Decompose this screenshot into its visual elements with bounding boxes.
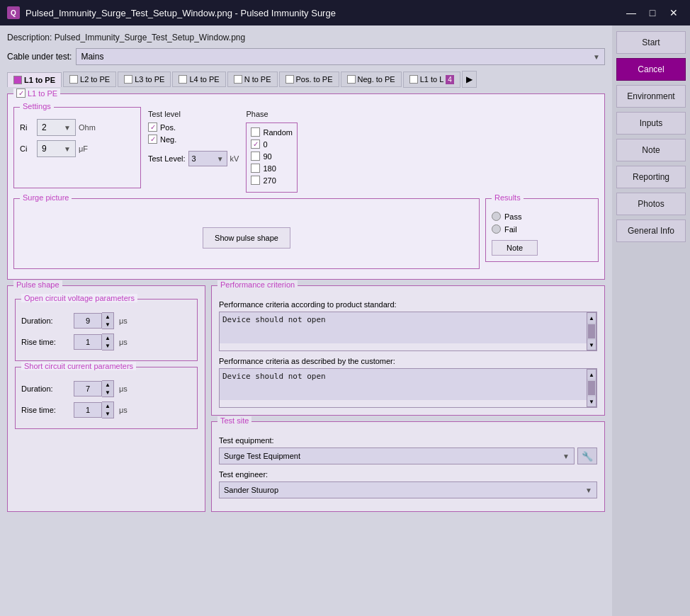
tab-neg-to-pe[interactable]: Neg. to PE [341,72,402,87]
surge-picture-box: Surge picture Show pulse shape [13,198,480,269]
product-scrollbar[interactable]: ▲ ▼ [587,312,596,350]
neg-checkbox-row: ✓ Neg. [148,135,239,144]
cable-combo-arrow: ▼ [593,53,600,61]
surge-picture-area: Surge picture Show pulse shape [13,198,480,273]
neg-label: Neg. [160,135,176,144]
zero-checkbox[interactable]: ✓ [251,139,260,149]
titlebar: Q Pulsed_Immunity_Surge_Test_Setup_Windo… [0,0,690,25]
tab-l1-label: L1 to PE [24,76,55,84]
window-controls: — □ ✕ [622,4,683,22]
tab-l4-checkbox[interactable] [179,75,187,84]
tab-pos-to-pe[interactable]: Pos. to PE [279,72,339,87]
oc-duration-down[interactable]: ▼ [102,321,113,329]
reporting-button[interactable]: Reporting [616,166,686,188]
sc-risetime-down[interactable]: ▼ [102,410,113,418]
settings-title: Settings [20,102,54,110]
tab-l1l4-checkbox[interactable] [409,75,418,84]
oc-risetime-unit: μs [119,338,128,346]
l1-pe-checkbox[interactable]: ✓ [16,89,26,98]
sc-duration-up[interactable]: ▲ [102,381,113,389]
l1-pe-section: ✓ L1 to PE Settings Ri 2 ▼ [7,93,605,280]
neg-checkbox[interactable]: ✓ [148,135,157,144]
sc-risetime-value[interactable]: 1 [74,402,102,418]
oc-duration-value[interactable]: 9 [74,313,102,329]
sc-duration-value[interactable]: 7 [74,381,102,397]
ci-row: Ci 9 ▼ μF [20,140,135,157]
tab-l1-to-l4[interactable]: L1 to L 4 [403,72,460,88]
environment-button[interactable]: Environment [616,85,686,108]
ri-combo[interactable]: 2 ▼ [37,119,76,136]
minimize-button[interactable]: — [622,4,640,22]
ninety-checkbox[interactable] [251,152,260,161]
customer-scroll-down[interactable]: ▼ [587,397,596,406]
random-checkbox[interactable] [251,127,260,137]
oc-risetime-down[interactable]: ▼ [102,342,113,350]
photos-button[interactable]: Photos [616,193,686,215]
tab-pos-label: Pos. to PE [296,75,333,84]
inputs-button[interactable]: Inputs [616,112,686,135]
pos-checkbox[interactable]: ✓ [148,122,157,132]
oneeighty-checkbox[interactable] [251,164,260,173]
product-standard-textarea[interactable]: Device should not open [220,312,587,343]
oc-risetime-value[interactable]: 1 [74,334,102,350]
customer-scrollbar[interactable]: ▲ ▼ [587,369,596,407]
tab-n-checkbox[interactable] [234,75,242,84]
maximize-button[interactable]: □ [643,4,662,22]
customer-scroll-thumb [588,381,595,395]
main-layout: Description: Pulsed_Immunity_Surge_Test_… [0,25,690,616]
fail-radio[interactable] [492,224,501,234]
settings-box: Settings Ri 2 ▼ Ohm Ci [13,107,141,188]
show-pulse-area: Show pulse shape [20,213,473,263]
sc-risetime-unit: μs [119,406,128,414]
tab-l1-checkbox[interactable] [13,76,22,84]
ri-row: Ri 2 ▼ Ohm [20,119,135,136]
tab-l2-to-pe[interactable]: L2 to PE [63,72,116,87]
engineer-combo[interactable]: Sander Stuurop ▼ [219,481,597,498]
ci-label: Ci [20,144,34,153]
sc-risetime-up[interactable]: ▲ [102,402,113,410]
start-button[interactable]: Start [616,31,686,54]
cable-combo[interactable]: Mains ▼ [76,48,605,65]
pos-checkbox-row: ✓ Pos. [148,122,239,132]
tab-l2-checkbox[interactable] [69,75,78,84]
tab-l3-to-pe[interactable]: L3 to PE [118,72,171,87]
product-scroll-up[interactable]: ▲ [587,313,596,323]
tab-pos-checkbox[interactable] [285,75,294,84]
tab-neg-checkbox[interactable] [347,75,356,84]
tab-l1-to-pe[interactable]: L1 to PE [7,72,62,87]
tab-n-label: N to PE [244,75,271,84]
open-circuit-title: Open circuit voltage parameters [21,294,137,302]
results-note-button[interactable]: Note [492,240,538,256]
tab-l4-label: L4 to PE [189,75,219,84]
test-level-combo[interactable]: 3 ▼ [188,151,227,166]
oc-risetime-up[interactable]: ▲ [102,334,113,342]
twoseventy-label: 270 [263,176,276,185]
oc-duration-label: Duration: [21,316,71,325]
pulse-shape-title: Pulse shape [13,280,62,289]
tab-n-to-pe[interactable]: N to PE [227,72,278,87]
sc-duration-down[interactable]: ▼ [102,389,113,397]
tab-l3-checkbox[interactable] [124,75,132,84]
customer-scroll-up[interactable]: ▲ [587,370,596,380]
sc-risetime-label: Rise time: [21,406,71,414]
test-site-title: Test site [217,416,251,425]
bottom-row: Pulse shape Open circuit voltage paramet… [7,285,605,512]
close-button[interactable]: ✕ [664,4,683,22]
random-label: Random [263,128,293,137]
tab-l4-to-pe[interactable]: L4 to PE [172,72,225,87]
general-info-button[interactable]: General Info [616,219,686,242]
equipment-combo[interactable]: Surge Test Equipment ▼ [219,447,575,464]
oc-duration-up[interactable]: ▲ [102,313,113,321]
product-scroll-down[interactable]: ▼ [587,340,596,350]
tab-scroll-right[interactable]: ▶ [462,71,477,88]
oc-risetime-spinner: 1 ▲ ▼ [74,333,114,350]
ci-combo[interactable]: 9 ▼ [37,140,76,157]
show-pulse-button[interactable]: Show pulse shape [203,227,290,249]
cancel-button[interactable]: Cancel [616,58,686,81]
pass-radio[interactable] [492,212,501,221]
note-button[interactable]: Note [616,139,686,161]
customer-textarea[interactable]: Device should not open [220,369,587,400]
wrench-button[interactable]: 🔧 [577,447,597,464]
sc-duration-label: Duration: [21,384,71,393]
twoseventy-checkbox[interactable] [251,176,260,185]
